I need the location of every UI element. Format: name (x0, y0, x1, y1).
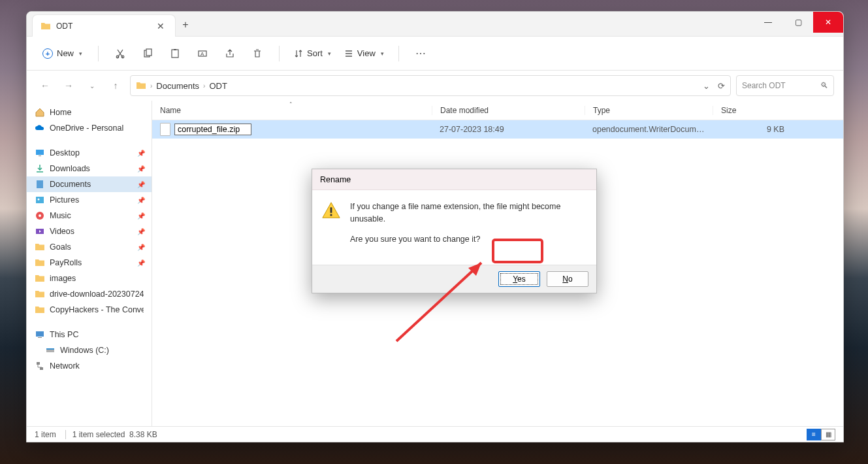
rename-dialog: Rename If you change a file name extensi… (312, 169, 597, 293)
tab-odt[interactable]: ODT ✕ (32, 14, 176, 37)
svg-rect-21 (40, 367, 43, 370)
no-button[interactable]: No (547, 271, 588, 287)
pictures-icon (35, 195, 45, 205)
sidebar-item-music[interactable]: Music📌 (27, 208, 152, 224)
rename-input[interactable] (174, 124, 251, 135)
desktop-icon (35, 148, 45, 158)
chevron-down-icon[interactable]: ⌄ (703, 81, 710, 91)
sidebar-item-thispc[interactable]: This PC (27, 327, 152, 342)
copy-button[interactable] (135, 42, 160, 65)
column-size[interactable]: Size (713, 106, 797, 115)
sidebar-item-desktop[interactable]: Desktop📌 (27, 145, 152, 161)
address-row: ← → ⌄ ↑ › Documents › ODT ⌄ ⟳ Search ODT… (27, 71, 843, 101)
rename-button[interactable]: A (190, 42, 215, 65)
chevron-down-icon: ▾ (328, 50, 331, 57)
separator (98, 46, 99, 61)
details-view-button[interactable]: ≡ (807, 429, 821, 440)
search-icon: 🔍︎ (820, 81, 828, 90)
minimize-button[interactable]: — (753, 12, 783, 33)
svg-rect-11 (36, 197, 44, 203)
cut-button[interactable] (108, 42, 133, 65)
pin-icon: 📌 (137, 150, 145, 157)
maximize-button[interactable]: ▢ (783, 12, 813, 33)
sidebar-item-drivedl[interactable]: drive-download-20230724T (27, 286, 152, 302)
sidebar-item-copyhackers[interactable]: CopyHackers - The Convers (27, 302, 152, 318)
delete-button[interactable] (245, 42, 270, 65)
sort-icon (294, 49, 303, 58)
forward-button[interactable]: → (59, 76, 78, 95)
sidebar-item-videos[interactable]: Videos📌 (27, 224, 152, 239)
dialog-line1: If you change a file name extension, the… (350, 201, 587, 225)
close-button[interactable]: ✕ (813, 12, 843, 33)
sidebar-item-payrolls[interactable]: PayRolls📌 (27, 255, 152, 271)
svg-rect-3 (146, 49, 152, 56)
separator (398, 46, 399, 61)
folder-icon (35, 305, 45, 315)
sidebar-item-onedrive[interactable]: OneDrive - Personal (27, 120, 152, 136)
icons-view-button[interactable]: ▦ (821, 429, 835, 440)
back-button[interactable]: ← (36, 76, 54, 95)
dialog-body: If you change a file name extension, the… (312, 190, 596, 265)
svg-point-12 (38, 199, 40, 201)
paste-button[interactable] (163, 42, 187, 65)
sidebar-item-network[interactable]: Network (27, 358, 152, 374)
window-controls: — ▢ ✕ (753, 12, 843, 33)
toolbar: + New ▾ A Sort ▾ View ▾ ⋯ (27, 37, 843, 71)
svg-rect-19 (46, 348, 54, 350)
sidebar-item-images[interactable]: images (27, 271, 152, 286)
separator (279, 46, 280, 61)
file-size: 9 KB (713, 125, 797, 134)
column-date[interactable]: Date modified (432, 106, 585, 115)
address-bar[interactable]: › Documents › ODT ⌄ ⟳ (130, 75, 731, 96)
breadcrumb-odt[interactable]: ODT (209, 81, 227, 91)
recent-button[interactable]: ⌄ (83, 76, 101, 95)
pin-icon: 📌 (137, 165, 145, 173)
svg-rect-20 (37, 362, 40, 365)
plus-icon: + (42, 48, 53, 59)
dialog-title: Rename (312, 169, 596, 190)
column-headers: Name ˄ Date modified Type Size (152, 101, 843, 120)
share-button[interactable] (217, 42, 242, 65)
warning-icon (321, 201, 341, 220)
up-button[interactable]: ↑ (106, 76, 125, 95)
sidebar-item-pictures[interactable]: Pictures📌 (27, 192, 152, 208)
svg-rect-22 (330, 207, 332, 212)
new-tab-button[interactable]: + (176, 14, 195, 36)
videos-icon (35, 226, 45, 237)
search-box[interactable]: Search ODT 🔍︎ (736, 75, 834, 96)
sidebar-item-documents[interactable]: Documents📌 (27, 176, 152, 192)
more-button[interactable]: ⋯ (408, 42, 433, 65)
dialog-text: If you change a file name extension, the… (350, 201, 587, 253)
tab-close-icon[interactable]: ✕ (154, 21, 167, 31)
svg-rect-23 (330, 214, 332, 216)
new-button[interactable]: + New ▾ (36, 44, 89, 63)
chevron-down-icon: ▾ (381, 50, 384, 57)
address-right: ⌄ ⟳ (703, 81, 725, 91)
home-icon (35, 107, 45, 118)
folder-icon (35, 242, 45, 252)
view-toggle: ≡ ▦ (807, 429, 835, 440)
breadcrumb-documents[interactable]: Documents (156, 81, 199, 91)
refresh-icon[interactable]: ⟳ (718, 81, 725, 91)
column-type[interactable]: Type (585, 106, 713, 115)
svg-rect-8 (36, 150, 44, 155)
svg-rect-16 (36, 331, 44, 337)
pin-icon: 📌 (137, 244, 145, 251)
pin-icon: 📌 (137, 197, 145, 204)
music-icon (35, 210, 45, 221)
view-button[interactable]: View ▾ (339, 44, 389, 62)
documents-icon (35, 179, 45, 190)
yes-button[interactable]: Yes (498, 271, 540, 287)
sort-indicator-icon: ˄ (289, 101, 293, 108)
sidebar-item-windowsc[interactable]: Windows (C:) (27, 342, 152, 358)
sidebar-item-downloads[interactable]: Downloads📌 (27, 161, 152, 176)
dialog-footer: Yes No (312, 265, 596, 293)
folder-icon (35, 273, 45, 284)
drive-icon (45, 345, 56, 356)
pin-icon: 📌 (137, 212, 145, 220)
sort-button[interactable]: Sort ▾ (289, 44, 336, 62)
pin-icon: 📌 (137, 228, 145, 235)
sidebar-item-goals[interactable]: Goals📌 (27, 239, 152, 255)
sidebar-item-home[interactable]: Home (27, 105, 152, 120)
file-row[interactable]: 27-07-2023 18:49 opendocument.WriterDocu… (152, 120, 843, 139)
